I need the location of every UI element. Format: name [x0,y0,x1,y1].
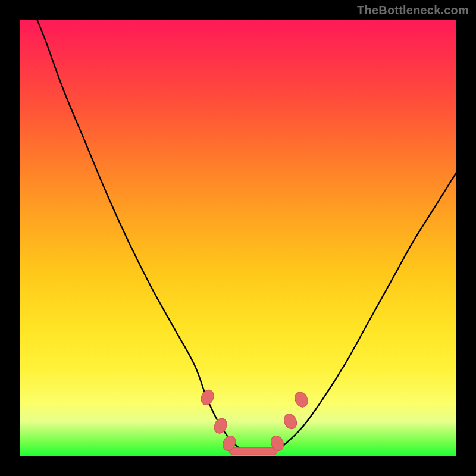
outer-frame: TheBottleneck.com [0,0,476,476]
bottleneck-curve-path [37,20,456,453]
curve-line [37,20,456,453]
plot-area [20,20,456,456]
marker-dot [212,416,229,436]
marker-dot [282,412,299,431]
marker-dot [199,388,216,407]
trough-bar [229,447,277,455]
watermark-text: TheBottleneck.com [357,4,469,17]
chart-svg [20,20,456,456]
marker-dot [293,390,310,409]
marker-group [199,388,310,455]
